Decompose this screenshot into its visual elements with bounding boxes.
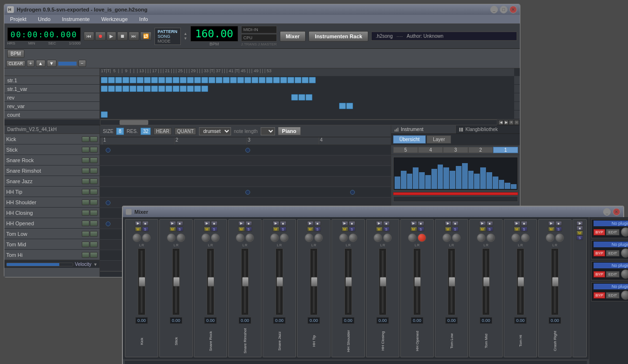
snare-rim-solo-btn[interactable]: [90, 168, 98, 174]
pattern-block[interactable]: [158, 86, 165, 92]
rewind-button[interactable]: ⏮: [84, 32, 94, 41]
pattern-block[interactable]: [201, 77, 208, 83]
ch-knob-hh-tip-l[interactable]: [305, 233, 313, 242]
pattern-block[interactable]: [108, 86, 115, 92]
ch-stop-tom-low[interactable]: ■: [452, 221, 459, 226]
res-value[interactable]: 32: [141, 128, 151, 135]
pattern-block[interactable]: [151, 86, 158, 92]
ch-stop-snare-rock[interactable]: ■: [211, 221, 218, 226]
pattern-block[interactable]: [158, 77, 165, 83]
note-dot[interactable]: [106, 221, 110, 226]
ch-solo-snare-rim[interactable]: S: [245, 227, 252, 232]
menu-instrumente[interactable]: Instrumente: [60, 16, 92, 22]
pattern-block[interactable]: [244, 77, 251, 83]
ch-knob-tom-mid-r[interactable]: [486, 233, 495, 242]
fastforward-button[interactable]: ⏭: [129, 32, 139, 41]
ch-mute-tom-mid[interactable]: M: [479, 227, 486, 232]
ch-fader-tom-mid[interactable]: [482, 248, 490, 315]
plugin-edit-3[interactable]: EDIT: [606, 271, 619, 277]
ch-knob-hh-closing-l[interactable]: [374, 233, 382, 242]
plugin-edit-4[interactable]: EDIT: [606, 292, 619, 298]
ch-knob-tom-hi-l[interactable]: [511, 233, 520, 242]
ch-solo-crash[interactable]: S: [555, 227, 562, 232]
loop-button[interactable]: 🔁: [140, 32, 152, 41]
ch-play-hh-opened[interactable]: ▶: [410, 221, 417, 226]
pattern-block[interactable]: [346, 103, 353, 109]
note-dot[interactable]: [245, 190, 250, 195]
ch-stop-tom-mid[interactable]: ■: [486, 221, 493, 226]
ch-solo-hh-shoulder[interactable]: S: [349, 227, 355, 232]
plugin-knob-3[interactable]: [621, 269, 628, 279]
overview-tab-btn[interactable]: Übersicht: [393, 135, 426, 143]
hh-opened-mute-btn[interactable]: [82, 221, 89, 226]
ch-fader-crash[interactable]: [551, 248, 559, 315]
ch-mute-hh-tip[interactable]: M: [307, 227, 314, 232]
note-row-snare-jazz[interactable]: [100, 187, 391, 198]
play-button[interactable]: ▶: [107, 32, 116, 41]
ch-mute-hh-closing[interactable]: M: [376, 227, 383, 232]
plugin-byp-2[interactable]: BYP: [594, 250, 605, 256]
ch-mute-snare-jazz[interactable]: M: [273, 227, 279, 232]
ch-knob-crash-r[interactable]: [555, 233, 564, 242]
layer-tab-btn[interactable]: Layer: [427, 135, 451, 143]
tom-hi-mute-btn[interactable]: [82, 252, 89, 258]
pattern-block[interactable]: [187, 77, 194, 83]
tom-low-solo-btn[interactable]: [90, 231, 98, 237]
ch-stop-kick[interactable]: ■: [142, 221, 149, 226]
ch-knob-kick-l[interactable]: [132, 233, 141, 242]
bpm-display[interactable]: 160.00: [190, 26, 238, 42]
hh-closing-mute-btn[interactable]: [82, 210, 89, 216]
pattern-block[interactable]: [108, 77, 115, 83]
pattern-block[interactable]: [295, 77, 301, 83]
stick-solo-btn[interactable]: [90, 147, 98, 153]
ch-knob-kick-r[interactable]: [142, 233, 151, 242]
plugin-byp-4[interactable]: BYP: [594, 292, 605, 298]
ch-stop-stick[interactable]: ■: [176, 221, 183, 226]
note-dot[interactable]: [350, 190, 355, 195]
snare-jazz-solo-btn[interactable]: [90, 178, 98, 184]
pattern-block[interactable]: [101, 111, 108, 118]
ch-knob-snare-rim-l[interactable]: [236, 233, 244, 242]
velocity-track[interactable]: [6, 263, 73, 266]
ch-knob-hh-opened-r[interactable]: [418, 233, 426, 242]
record-button[interactable]: ⏺: [95, 32, 106, 41]
ch-play-crash[interactable]: ▶: [548, 221, 555, 226]
ch-play-stick[interactable]: ▶: [169, 221, 176, 226]
track-pattern-revvar[interactable]: [100, 102, 514, 110]
pattern-block[interactable]: [194, 77, 201, 83]
pattern-block[interactable]: [280, 77, 287, 83]
ch-play-snare-jazz[interactable]: ▶: [273, 221, 279, 226]
pattern-block[interactable]: [180, 86, 187, 92]
pattern-block[interactable]: [144, 77, 151, 83]
ch-knob-tom-low-l[interactable]: [442, 233, 451, 242]
note-row-kick[interactable]: [100, 145, 391, 155]
pattern-block[interactable]: [216, 77, 222, 83]
note-row-snare-rim[interactable]: [100, 176, 391, 187]
ch-play-snare-rock[interactable]: ▶: [204, 221, 210, 226]
zoom-in[interactable]: +: [509, 120, 514, 125]
ch-mute-kick[interactable]: M: [135, 227, 142, 232]
hh-shoulder-mute-btn[interactable]: [82, 199, 89, 205]
pattern-block[interactable]: [187, 86, 194, 92]
ch-mute-snare-rock[interactable]: M: [204, 227, 210, 232]
zoom-out[interactable]: −: [514, 120, 519, 125]
ch-fader-snare-rock[interactable]: [207, 248, 214, 315]
ch-solo-kick[interactable]: S: [142, 227, 149, 232]
pattern-block[interactable]: [306, 94, 312, 100]
ch-play-snare-rim[interactable]: ▶: [238, 221, 245, 226]
bpm-bar-btn[interactable]: BPM: [7, 50, 24, 58]
mixer-close-btn[interactable]: ✕: [613, 208, 620, 216]
ch-stop-snare-jazz[interactable]: ■: [280, 221, 286, 226]
instrument-tab-btn[interactable]: Instrument: [391, 125, 456, 133]
ch-knob-snare-rim-r[interactable]: [245, 233, 254, 242]
quant-button[interactable]: QUANT: [175, 128, 196, 135]
ch-play-hh-closing[interactable]: ▶: [376, 221, 383, 226]
hh-opened-solo-btn[interactable]: [90, 221, 98, 226]
up-button[interactable]: ▲: [36, 60, 45, 67]
pattern-block[interactable]: [115, 86, 122, 92]
ch-play-tom-low[interactable]: ▶: [445, 221, 452, 226]
waveform-scrollbar[interactable]: [393, 196, 518, 202]
ch-mute-hh-shoulder[interactable]: M: [342, 227, 348, 232]
pattern-block[interactable]: [173, 86, 179, 92]
ch-extra-btn2[interactable]: ■: [576, 226, 583, 231]
